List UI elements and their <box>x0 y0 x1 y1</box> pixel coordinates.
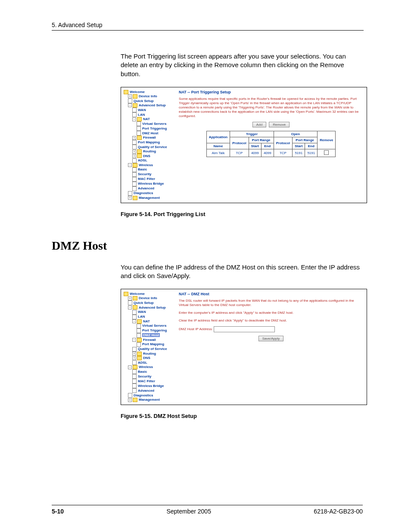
footer-rule <box>52 505 363 505</box>
router-content: NAT -- Port Triggering Setup Some applic… <box>177 87 367 203</box>
save-apply-button[interactable]: Save/Apply <box>258 336 283 341</box>
remove-checkbox[interactable] <box>324 150 329 155</box>
tree-port-triggering[interactable]: Port Triggering <box>137 328 167 332</box>
tree-port-triggering[interactable]: Port Triggering <box>137 127 167 130</box>
tree-firewall[interactable]: Firewall <box>137 136 156 139</box>
tree-toggle[interactable]: + <box>132 154 136 158</box>
router-content: NAT -- DMZ Host The DSL router will forw… <box>177 289 367 405</box>
tree-toggle[interactable]: − <box>128 365 132 369</box>
tree-diagnostics[interactable]: Diagnostics <box>128 191 153 195</box>
tree-dmz-host[interactable]: DMZ Host <box>137 131 158 135</box>
tree-port-mapping[interactable]: Port Mapping <box>132 140 160 144</box>
page-footer: 5-10 September 2005 6218-A2-GB23-00 <box>52 505 363 515</box>
nav-tree: Welcome +Device Info Quick Setup −Advanc… <box>121 87 177 203</box>
tree-wireless[interactable]: Wireless <box>133 163 153 167</box>
tree-port-mapping[interactable]: Port Mapping <box>137 342 164 346</box>
footer-doc-id: 6218-A2-GB23-00 <box>314 508 363 515</box>
table-row: Aim Talk TCP 4099 4099 TCP 5191 5191 <box>206 149 336 157</box>
tree-firewall[interactable]: Firewall <box>137 338 156 342</box>
tree-toggle[interactable]: − <box>128 163 132 167</box>
tree-toggle[interactable]: + <box>132 136 136 140</box>
tree-routing[interactable]: Routing <box>137 149 156 153</box>
tree-advanced[interactable]: Advanced <box>132 389 154 393</box>
tree-toggle[interactable]: − <box>132 319 136 323</box>
tree-security[interactable]: Security <box>132 374 152 378</box>
th-open: Open <box>274 131 317 137</box>
tree-welcome[interactable]: Welcome <box>124 292 145 296</box>
tree-lan[interactable]: LAN <box>132 315 145 319</box>
tree-quick-setup[interactable]: Quick Setup <box>128 99 154 103</box>
tree-wan[interactable]: WAN <box>132 310 146 314</box>
tree-nat[interactable]: NAT <box>137 319 150 323</box>
tree-diagnostics[interactable]: Diagnostics <box>128 393 153 397</box>
panel-description: Some applications require that specific … <box>179 97 363 118</box>
tree-toggle[interactable]: + <box>132 150 136 154</box>
tree-toggle[interactable]: + <box>128 398 132 402</box>
tree-nat[interactable]: NAT <box>137 117 150 121</box>
tree-toggle[interactable]: − <box>132 338 136 342</box>
dmz-intro: You can define the IP address of the DMZ… <box>121 263 364 281</box>
tree-toggle[interactable]: + <box>132 356 136 360</box>
tree-virtual-servers[interactable]: Virtual Servers <box>137 324 166 328</box>
tree-security[interactable]: Security <box>132 172 152 176</box>
tree-adsl[interactable]: ADSL <box>132 361 147 365</box>
cell-trigger-start: 4099 <box>249 149 261 157</box>
tree-toggle[interactable]: + <box>128 196 132 200</box>
tree-dmz-host-selected: DMZ Host <box>142 333 160 337</box>
tree-wireless-bridge[interactable]: Wireless Bridge <box>132 182 164 186</box>
tree-management[interactable]: Management <box>133 196 160 200</box>
tree-toggle[interactable]: − <box>132 118 136 121</box>
tree-adsl[interactable]: ADSL <box>132 158 147 162</box>
tree-mac-filter[interactable]: MAC Filter <box>132 177 155 181</box>
tree-qos[interactable]: Quality of Service <box>132 145 167 149</box>
figure-5-14: Welcome +Device Info Quick Setup −Advanc… <box>121 87 364 217</box>
tree-lan[interactable]: LAN <box>132 113 145 117</box>
section-heading-dmz-host: DMZ Host <box>52 239 364 253</box>
tree-advanced-setup[interactable]: Advanced Setup <box>133 103 166 107</box>
dmz-ip-input[interactable] <box>214 326 275 332</box>
tree-basic[interactable]: Basic <box>132 167 147 171</box>
page-number: 5-10 <box>52 508 64 515</box>
add-button[interactable]: Add <box>252 122 266 127</box>
tree-virtual-servers[interactable]: Virtual Servers <box>137 122 166 126</box>
tree-management[interactable]: Management <box>133 398 160 402</box>
tree-mac-filter[interactable]: MAC Filter <box>132 379 155 383</box>
tree-device-info[interactable]: Device Info <box>133 296 157 300</box>
tree-quick-setup[interactable]: Quick Setup <box>128 301 154 305</box>
tree-wireless-bridge[interactable]: Wireless Bridge <box>132 384 164 388</box>
tree-qos[interactable]: Quality of Service <box>132 347 167 351</box>
cell-remove <box>318 149 336 157</box>
tree-toggle[interactable]: + <box>128 94 132 98</box>
cell-trigger-proto: TCP <box>230 149 249 157</box>
panel-title: NAT -- DMZ Host <box>179 292 363 296</box>
figure-5-15-caption: Figure 5-15. DMZ Host Setup <box>121 413 364 419</box>
tree-wireless[interactable]: Wireless <box>133 365 153 369</box>
th-port-range: Port Range <box>293 137 318 143</box>
cell-name: Aim Talk <box>206 149 230 157</box>
chapter-header: 5. Advanced Setup <box>52 22 364 28</box>
tree-wan[interactable]: WAN <box>132 108 146 112</box>
header-rule <box>52 30 364 31</box>
tree-basic[interactable]: Basic <box>132 370 147 374</box>
nav-tree: Welcome +Device Info Quick Setup −Advanc… <box>121 289 177 405</box>
tree-dns[interactable]: DNS <box>137 356 150 360</box>
tree-dmz-host[interactable]: DMZ Host <box>137 333 160 337</box>
tree-toggle[interactable]: + <box>128 297 132 300</box>
tree-welcome[interactable]: Welcome <box>124 90 145 94</box>
tree-toggle[interactable]: − <box>128 306 132 309</box>
tree-advanced-setup[interactable]: Advanced Setup <box>133 306 166 309</box>
tree-routing[interactable]: Routing <box>137 352 156 356</box>
tree-dns[interactable]: DNS <box>137 154 150 158</box>
tree-toggle[interactable]: + <box>132 352 136 356</box>
th-protocol: Protocol <box>274 137 292 149</box>
cell-open-end: 5191 <box>305 149 318 157</box>
th-start: Start <box>249 143 261 149</box>
th-application: Application <box>206 131 230 143</box>
th-trigger: Trigger <box>230 131 274 137</box>
figure-5-15: Welcome +Device Info Quick Setup −Advanc… <box>121 289 364 419</box>
tree-advanced[interactable]: Advanced <box>132 186 154 190</box>
tree-device-info[interactable]: Device Info <box>133 94 157 98</box>
panel-line2: Enter the computer's IP address and clic… <box>179 311 363 315</box>
remove-button[interactable]: Remove <box>269 122 290 127</box>
tree-toggle[interactable]: − <box>128 103 132 107</box>
